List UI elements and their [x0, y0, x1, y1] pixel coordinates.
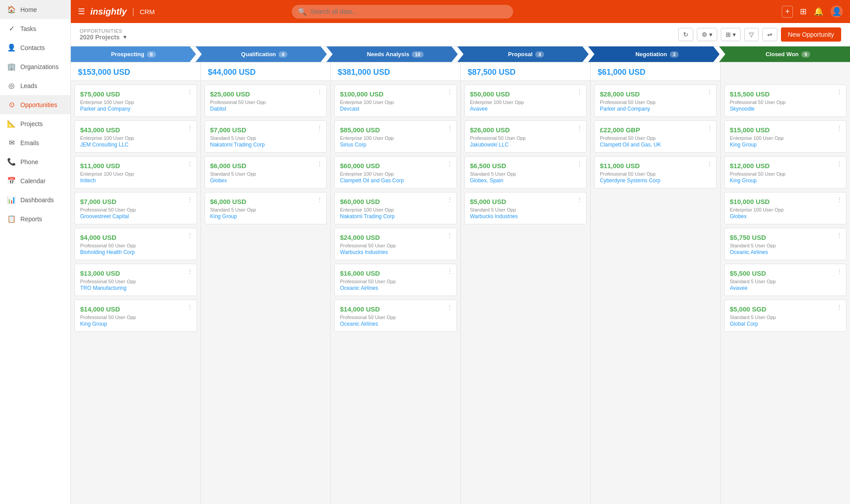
opportunity-card[interactable]: $75,000 USD Enterprise 100 User Opp Park…	[74, 85, 197, 117]
opportunity-card[interactable]: $12,000 USD Professional 50 User Opp Kin…	[724, 156, 847, 189]
stage-tab-negotiation[interactable]: Negotiation3	[588, 46, 720, 62]
opportunity-card[interactable]: $43,000 USD Enterprise 100 User Opp JEM …	[74, 120, 197, 153]
sidebar-item-calendar[interactable]: 📅Calendar	[0, 171, 70, 190]
card-company[interactable]: King Group	[80, 321, 191, 327]
card-company[interactable]: Groovestreet Capital	[80, 213, 191, 219]
card-company[interactable]: Nakatomi Trading Corp	[210, 142, 321, 148]
sidebar-item-dashboards[interactable]: 📊Dashboards	[0, 190, 70, 209]
card-company[interactable]: Avavee	[470, 106, 581, 112]
opportunity-card[interactable]: $15,500 USD Professional 50 User Opp Sky…	[724, 85, 847, 117]
card-menu-icon[interactable]: ⋮	[317, 160, 323, 167]
opportunity-card[interactable]: $7,000 USD Professional 50 User Opp Groo…	[74, 192, 197, 224]
opportunity-card[interactable]: $15,000 USD Enterprise 100 User Opp King…	[724, 120, 847, 153]
card-company[interactable]: King Group	[730, 142, 841, 148]
card-company[interactable]: Globex	[210, 177, 321, 184]
card-menu-icon[interactable]: ⋮	[836, 232, 842, 239]
sidebar-item-emails[interactable]: ✉Emails	[0, 133, 70, 152]
opportunity-card[interactable]: $5,000 SGD Standard 5 User Opp Global Co…	[724, 300, 847, 332]
user-icon[interactable]: 👤	[831, 5, 843, 18]
card-company[interactable]: Warbucks Industries	[470, 213, 581, 219]
card-company[interactable]: Bioholding Health Corp	[80, 249, 191, 255]
card-company[interactable]: Clampett Oil and Gas, UK	[600, 142, 711, 148]
card-menu-icon[interactable]: ⋮	[836, 160, 842, 167]
card-company[interactable]: Parker and Company	[600, 106, 711, 112]
card-menu-icon[interactable]: ⋮	[836, 268, 842, 275]
grid-icon[interactable]: ⊞	[800, 7, 807, 16]
opportunity-card[interactable]: $6,000 USD Standard 5 User Opp Globex ⋮	[205, 156, 327, 189]
sidebar-item-opportunities[interactable]: ⊙Opportunities	[0, 95, 70, 114]
card-company[interactable]: Oceanic Airlines	[340, 321, 451, 327]
opportunity-card[interactable]: $10,000 USD Enterprise 100 User Opp Glob…	[724, 192, 847, 224]
refresh-button[interactable]: ↻	[678, 28, 693, 41]
card-menu-icon[interactable]: ⋮	[187, 304, 193, 311]
card-menu-icon[interactable]: ⋮	[187, 232, 193, 239]
opportunity-card[interactable]: $26,000 USD Professional 50 User Opp Jak…	[464, 120, 587, 153]
sidebar-item-tasks[interactable]: ✓Tasks	[0, 19, 70, 38]
card-menu-icon[interactable]: ⋮	[447, 268, 453, 275]
opportunity-card[interactable]: $5,500 USD Standard 5 User Opp Avavee ⋮	[724, 264, 847, 296]
stage-tab-closed-won[interactable]: Closed Won9	[719, 46, 850, 62]
opportunity-card[interactable]: $25,000 USD Professional 50 User Opp Dab…	[205, 85, 327, 117]
card-menu-icon[interactable]: ⋮	[447, 88, 453, 96]
card-menu-icon[interactable]: ⋮	[187, 196, 193, 203]
card-menu-icon[interactable]: ⋮	[187, 124, 193, 131]
opportunity-card[interactable]: $5,750 USD Standard 5 User Opp Oceanic A…	[724, 228, 847, 260]
opportunity-card[interactable]: $50,000 USD Enterprise 100 User Opp Avav…	[464, 85, 587, 117]
card-menu-icon[interactable]: ⋮	[447, 124, 453, 131]
card-menu-icon[interactable]: ⋮	[447, 160, 453, 167]
bell-icon[interactable]: 🔔	[814, 7, 823, 16]
opportunity-card[interactable]: $100,000 USD Enterprise 100 User Opp Dev…	[334, 85, 457, 117]
opportunity-card[interactable]: $6,500 USD Standard 5 User Opp Globex, S…	[464, 156, 587, 189]
stage-tab-proposal[interactable]: Proposal4	[457, 46, 589, 62]
sidebar-item-organizations[interactable]: 🏢Organizations	[0, 57, 70, 76]
opportunity-card[interactable]: $60,000 USD Enterprise 100 User Opp Clam…	[334, 156, 457, 189]
card-company[interactable]: TRO Manufacturing	[80, 285, 191, 291]
opportunity-card[interactable]: $6,000 USD Standard 5 User Opp King Grou…	[205, 192, 327, 224]
card-company[interactable]: Nakatomi Trading Corp	[340, 213, 451, 219]
opportunity-card[interactable]: $4,000 USD Professional 50 User Opp Bioh…	[74, 228, 197, 260]
card-company[interactable]: Globex, Spain	[470, 177, 581, 184]
opportunity-card[interactable]: £22,000 GBP Professional 50 User Opp Cla…	[594, 120, 717, 153]
opportunity-card[interactable]: $5,000 USD Standard 5 User Opp Warbucks …	[464, 192, 587, 224]
card-company[interactable]: Sirius Corp	[340, 142, 451, 148]
card-menu-icon[interactable]: ⋮	[836, 304, 842, 311]
card-company[interactable]: King Group	[210, 213, 321, 219]
card-company[interactable]: Warbucks Industries	[340, 249, 451, 255]
card-company[interactable]: Devcast	[340, 106, 451, 112]
card-menu-icon[interactable]: ⋮	[836, 88, 842, 96]
add-icon[interactable]: +	[782, 6, 793, 18]
stage-tab-needs-analysis[interactable]: Needs Analysis10	[326, 46, 458, 62]
card-company[interactable]: Jakubowski LLC	[470, 142, 581, 148]
card-company[interactable]: King Group	[730, 177, 841, 184]
opportunity-card[interactable]: $28,000 USD Professional 50 User Opp Par…	[594, 85, 717, 117]
card-company[interactable]: JEM Consulting LLC	[80, 142, 191, 148]
dropdown-icon[interactable]: ▼	[122, 34, 128, 40]
card-menu-icon[interactable]: ⋮	[317, 196, 323, 203]
sidebar-item-home[interactable]: 🏠Home	[0, 0, 70, 19]
card-company[interactable]: Oceanic Airlines	[340, 285, 451, 291]
opportunity-card[interactable]: $11,000 USD Enterprise 100 User Opp Init…	[74, 156, 197, 189]
sidebar-item-contacts[interactable]: 👤Contacts	[0, 38, 70, 57]
card-menu-icon[interactable]: ⋮	[447, 232, 453, 239]
card-menu-icon[interactable]: ⋮	[836, 196, 842, 203]
card-menu-icon[interactable]: ⋮	[576, 88, 583, 96]
sidebar-item-reports[interactable]: 📋Reports	[0, 209, 70, 228]
card-menu-icon[interactable]: ⋮	[317, 88, 323, 96]
new-opportunity-button[interactable]: New Opportunity	[781, 27, 841, 42]
opportunity-card[interactable]: $13,000 USD Professional 50 User Opp TRO…	[74, 264, 197, 296]
card-menu-icon[interactable]: ⋮	[707, 124, 713, 131]
view-button[interactable]: ⊞ ▾	[721, 28, 741, 41]
card-menu-icon[interactable]: ⋮	[576, 196, 583, 203]
card-menu-icon[interactable]: ⋮	[187, 160, 193, 167]
opportunity-card[interactable]: $7,000 USD Standard 5 User Opp Nakatomi …	[205, 120, 327, 153]
search-input[interactable]	[310, 8, 507, 15]
card-company[interactable]: Cyberdyne Systems Corp	[600, 177, 711, 184]
card-company[interactable]: Dablist	[210, 106, 321, 112]
card-company[interactable]: Skynoodle	[730, 106, 841, 112]
opportunity-card[interactable]: $11,000 USD Professional 50 User Opp Cyb…	[594, 156, 717, 189]
sidebar-item-phone[interactable]: 📞Phone	[0, 152, 70, 171]
card-company[interactable]: Avavee	[730, 285, 841, 291]
card-menu-icon[interactable]: ⋮	[576, 124, 583, 131]
sidebar-item-leads[interactable]: ◎Leads	[0, 76, 70, 95]
card-menu-icon[interactable]: ⋮	[447, 304, 453, 311]
